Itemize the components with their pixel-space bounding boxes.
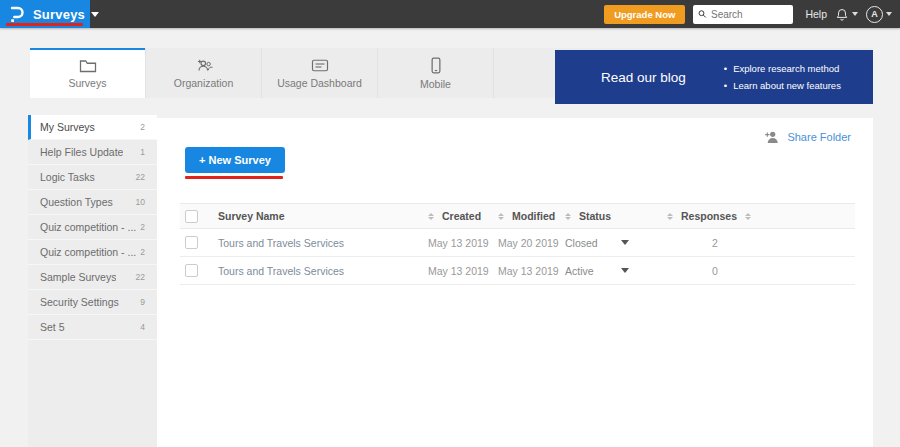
column-header-status: Status [579,210,611,222]
read-blog-banner[interactable]: Read our blog Explore research method Le… [555,50,873,104]
tab-surveys[interactable]: Surveys [30,48,146,98]
row-checkbox[interactable] [185,264,198,277]
tab-label: Organization [174,77,234,89]
tab-label: Surveys [69,77,107,89]
notifications-menu[interactable] [835,7,858,22]
proprofs-logo-icon [9,5,24,23]
share-folder-icon [764,130,780,143]
sidebar-item-logic-tasks[interactable]: Logic Tasks 22 [28,165,157,190]
sidebar-item-sample-surveys[interactable]: Sample Surveys 22 [28,265,157,290]
annotation-underline-logo [6,23,83,26]
sort-icon[interactable] [498,213,504,220]
account-caret-icon [886,12,892,16]
responses-count: 2 [667,237,718,249]
tab-mobile[interactable]: Mobile [378,48,494,98]
column-header-created: Created [442,210,481,222]
column-header-survey-name: Survey Name [218,210,428,222]
blog-bullet: Explore research method [724,60,841,77]
select-all-checkbox[interactable] [185,210,198,223]
folder-count: 22 [136,172,145,182]
table-row: Tours and Travels Services May 13 2019 M… [180,229,855,257]
sidebar-item-help-files-update[interactable]: Help Files Update 1 [28,140,157,165]
tab-label: Usage Dashboard [277,77,362,89]
bell-icon [835,7,849,22]
sidebar-item-quiz-competition-1[interactable]: Quiz competition - ... 2 [28,215,157,240]
status-dropdown-caret-icon[interactable] [621,268,629,273]
avatar: A [866,6,883,23]
app-menu-label: Surveys [33,7,85,22]
created-date: May 13 2019 [428,265,498,277]
top-bar: Surveys Upgrade Now Help A [0,0,900,28]
status-value: Active [565,265,594,277]
created-date: May 13 2019 [428,237,498,249]
content-area: My Surveys 2 Help Files Update 1 Logic T… [0,115,900,447]
search-box[interactable] [693,5,793,24]
annotation-underline-new-survey [185,176,283,179]
blog-banner-bullets: Explore research method Learn about new … [724,60,841,94]
sidebar-item-my-surveys[interactable]: My Surveys 2 [28,115,157,140]
main-panel: + New Survey Share Folder Survey Name Cr… [157,118,873,447]
table-header-row: Survey Name Created Modified Status Resp… [180,203,855,229]
tab-label: Mobile [420,78,451,90]
folder-count: 2 [140,222,145,232]
mobile-icon [430,57,442,74]
app-menu[interactable]: Surveys [0,0,90,28]
sidebar-item-quiz-competition-2[interactable]: Quiz competition - ... 2 [28,240,157,265]
blog-bullet: Learn about new features [724,77,841,94]
responses-count: 0 [667,265,718,277]
status-value: Closed [565,237,598,249]
folder-count: 2 [140,247,145,257]
modified-date: May 13 2019 [498,265,565,277]
folder-count: 9 [140,297,145,307]
status-dropdown-caret-icon[interactable] [621,240,629,245]
sort-icon[interactable] [745,213,751,220]
folder-count: 4 [140,322,145,332]
modified-date: May 20 2019 [498,237,565,249]
sort-icon[interactable] [428,213,434,220]
surveys-table: Survey Name Created Modified Status Resp… [180,203,855,285]
sidebar-item-set-5[interactable]: Set 5 4 [28,315,157,340]
table-row: Tours and Travels Services May 13 2019 M… [180,257,855,285]
share-folder-link[interactable]: Share Folder [764,130,851,143]
tab-organization[interactable]: Organization [146,48,262,98]
folders-sidebar: My Surveys 2 Help Files Update 1 Logic T… [28,115,157,447]
add-group-icon [194,58,214,73]
dashboard-icon [311,58,329,73]
search-icon [698,9,707,19]
folder-count: 10 [136,197,145,207]
search-input[interactable] [711,9,788,20]
row-checkbox[interactable] [185,236,198,249]
app-menu-caret-icon [91,12,99,17]
bell-caret-icon [852,12,858,16]
survey-name-link[interactable]: Tours and Travels Services [218,265,428,277]
survey-name-link[interactable]: Tours and Travels Services [218,237,428,249]
new-survey-button[interactable]: + New Survey [185,147,285,173]
tab-usage-dashboard[interactable]: Usage Dashboard [262,48,378,98]
sidebar-item-question-types[interactable]: Question Types 10 [28,190,157,215]
sort-icon[interactable] [565,213,571,220]
help-link[interactable]: Help [805,8,827,20]
account-menu[interactable]: A [866,6,892,23]
blog-banner-title: Read our blog [601,70,686,85]
header-zone: Surveys Organization Usage Dashboard [0,28,900,115]
folder-count: 22 [136,272,145,282]
sidebar-item-security-settings[interactable]: Security Settings 9 [28,290,157,315]
sort-icon[interactable] [667,213,673,220]
column-header-responses: Responses [681,210,737,222]
upgrade-now-button[interactable]: Upgrade Now [604,5,685,24]
folder-count: 1 [140,147,145,157]
folder-icon [79,58,97,73]
column-header-modified: Modified [512,210,555,222]
folder-count: 2 [140,122,145,132]
